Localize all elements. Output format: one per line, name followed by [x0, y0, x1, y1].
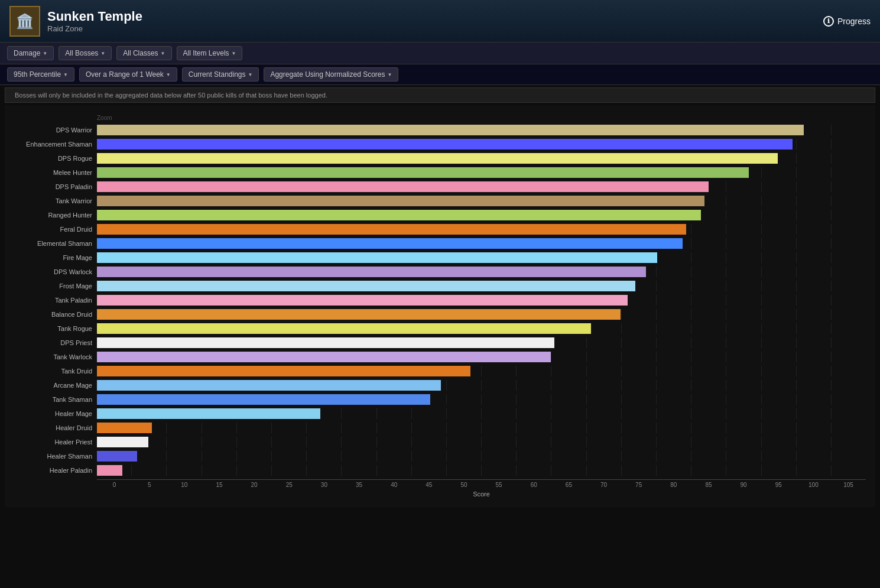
bar-fill — [97, 125, 804, 135]
percentile-arrow: ▼ — [63, 72, 68, 77]
bar-label: DPS Paladin — [14, 183, 97, 190]
standings-arrow: ▼ — [248, 72, 253, 77]
bar-fill — [97, 139, 793, 150]
bar-label: Healer Paladin — [14, 467, 97, 474]
bar-label: DPS Warlock — [14, 268, 97, 275]
notice-bar: Bosses will only be included in the aggr… — [5, 87, 875, 103]
bar-label: DPS Warrior — [14, 126, 97, 134]
bar-label: Tank Paladin — [14, 297, 97, 304]
x-tick: 100 — [796, 480, 831, 488]
bar-fill — [97, 224, 686, 235]
x-tick: 80 — [656, 480, 691, 488]
percentile-label: 95th Percentile — [14, 70, 61, 79]
zoom-label: Zoom — [97, 115, 866, 121]
aggregate-label: Aggregate Using Normalized Scores — [270, 70, 385, 79]
x-tick: 25 — [272, 480, 307, 488]
x-tick: 35 — [342, 480, 376, 488]
header: 🏛️ Sunken Temple Raid Zone ℹ Progress — [0, 0, 880, 43]
x-tick: 45 — [411, 480, 446, 488]
bar-row: Tank Druid — [14, 365, 866, 378]
aggregate-arrow: ▼ — [388, 72, 392, 77]
range-dropdown[interactable]: Over a Range of 1 Week ▼ — [79, 67, 177, 82]
bar-label: Tank Rogue — [14, 325, 97, 332]
percentile-dropdown[interactable]: 95th Percentile ▼ — [7, 67, 74, 82]
bar-fill — [97, 281, 635, 291]
bar-row: Balance Druid — [14, 308, 866, 321]
x-tick: 5 — [132, 480, 167, 488]
bar-label: Healer Druid — [14, 424, 97, 431]
bar-fill — [97, 465, 122, 476]
bar-label: Tank Warlock — [14, 353, 97, 360]
bar-row: Feral Druid — [14, 223, 866, 236]
bar-label: Feral Druid — [14, 226, 97, 233]
x-tick: 65 — [551, 480, 586, 488]
bar-fill — [97, 309, 621, 320]
all-bosses-arrow: ▼ — [100, 51, 105, 56]
bar-label: Ranged Hunter — [14, 212, 97, 219]
zone-icon: 🏛️ — [9, 6, 40, 37]
bar-row: DPS Warlock — [14, 265, 866, 278]
standings-label: Current Standings — [189, 70, 246, 79]
zone-title: Sunken Temple — [47, 9, 142, 24]
bar-fill — [97, 295, 628, 306]
bar-row: Healer Shaman — [14, 450, 866, 463]
all-item-levels-dropdown[interactable]: All Item Levels ▼ — [177, 46, 243, 60]
range-label: Over a Range of 1 Week — [86, 70, 164, 79]
all-bosses-dropdown[interactable]: All Bosses ▼ — [59, 46, 112, 60]
bar-fill — [97, 167, 749, 178]
all-classes-dropdown[interactable]: All Classes ▼ — [116, 46, 171, 60]
bar-fill — [97, 408, 320, 419]
bar-label: DPS Rogue — [14, 155, 97, 162]
x-tick: 75 — [621, 480, 656, 488]
bar-label: Enhancement Shaman — [14, 141, 97, 148]
x-tick: 105 — [831, 480, 866, 488]
bar-label: Fire Mage — [14, 254, 97, 261]
bar-fill — [97, 451, 137, 462]
bar-fill — [97, 238, 683, 249]
all-classes-label: All Classes — [123, 49, 158, 57]
bar-label: Healer Priest — [14, 438, 97, 446]
bar-row: Enhancement Shaman — [14, 138, 866, 151]
bar-fill — [97, 196, 704, 206]
all-item-levels-arrow: ▼ — [232, 51, 236, 56]
progress-label: Progress — [837, 17, 871, 26]
bar-row: Healer Mage — [14, 407, 866, 420]
bar-fill — [97, 252, 657, 263]
bar-fill — [97, 323, 591, 334]
x-tick: 20 — [237, 480, 272, 488]
bar-label: Healer Shaman — [14, 453, 97, 460]
notice-text: Bosses will only be included in the aggr… — [15, 92, 327, 99]
bar-row: Fire Mage — [14, 251, 866, 264]
bar-fill — [97, 394, 430, 405]
bar-label: Tank Shaman — [14, 396, 97, 403]
bar-row: Healer Priest — [14, 436, 866, 449]
x-tick: 90 — [726, 480, 761, 488]
x-tick: 95 — [761, 480, 796, 488]
aggregate-dropdown[interactable]: Aggregate Using Normalized Scores ▼ — [264, 67, 398, 82]
bar-fill — [97, 181, 709, 192]
bar-label: Tank Warrior — [14, 197, 97, 204]
progress-link[interactable]: ℹ Progress — [823, 16, 871, 27]
bar-fill — [97, 337, 554, 348]
bar-row: Elemental Shaman — [14, 237, 866, 250]
bar-label: Balance Druid — [14, 311, 97, 318]
bar-row: DPS Paladin — [14, 180, 866, 193]
bar-label: Tank Druid — [14, 368, 97, 375]
x-tick: 70 — [586, 480, 621, 488]
bar-row: Tank Rogue — [14, 322, 866, 335]
progress-icon: ℹ — [823, 16, 834, 27]
damage-arrow: ▼ — [43, 51, 47, 56]
x-tick: 60 — [517, 480, 551, 488]
range-arrow: ▼ — [166, 72, 171, 77]
x-axis: 0510152025303540455055606570758085909510… — [97, 479, 866, 488]
bar-row: Tank Warlock — [14, 350, 866, 363]
bar-row: Healer Paladin — [14, 464, 866, 477]
standings-dropdown[interactable]: Current Standings ▼ — [182, 67, 259, 82]
bar-label: Elemental Shaman — [14, 240, 97, 247]
bar-row: DPS Priest — [14, 336, 866, 349]
bar-fill — [97, 267, 646, 277]
damage-dropdown[interactable]: Damage ▼ — [7, 46, 54, 60]
bar-fill — [97, 352, 551, 362]
x-tick: 0 — [97, 480, 132, 488]
bar-label: Arcane Mage — [14, 382, 97, 389]
